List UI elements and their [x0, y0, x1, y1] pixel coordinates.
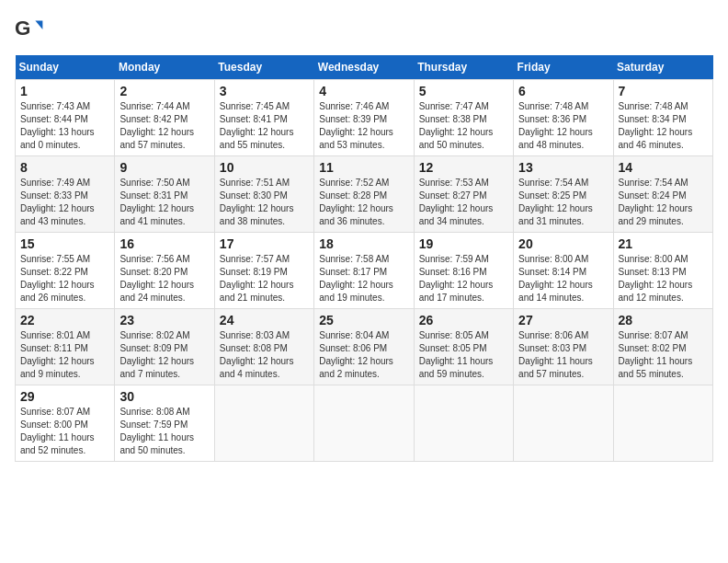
- calendar-cell: 13 Sunrise: 7:54 AMSunset: 8:25 PMDaylig…: [514, 156, 613, 233]
- calendar-cell: 17 Sunrise: 7:57 AMSunset: 8:19 PMDaylig…: [214, 233, 313, 309]
- day-info: Sunrise: 8:04 AMSunset: 8:06 PMDaylight:…: [319, 330, 393, 379]
- calendar-cell: 3 Sunrise: 7:45 AMSunset: 8:41 PMDayligh…: [214, 80, 313, 156]
- day-info: Sunrise: 7:58 AMSunset: 8:17 PMDaylight:…: [319, 254, 393, 303]
- calendar-cell: 23 Sunrise: 8:02 AMSunset: 8:09 PMDaylig…: [115, 309, 214, 385]
- calendar-cell: 11 Sunrise: 7:52 AMSunset: 8:28 PMDaylig…: [314, 156, 414, 233]
- calendar-cell: 7 Sunrise: 7:48 AMSunset: 8:34 PMDayligh…: [613, 80, 712, 156]
- day-info: Sunrise: 7:50 AMSunset: 8:31 PMDaylight:…: [119, 178, 194, 226]
- day-number: 18: [319, 236, 408, 251]
- calendar-week-row: 15 Sunrise: 7:55 AMSunset: 8:22 PMDaylig…: [16, 233, 713, 309]
- day-info: Sunrise: 8:01 AMSunset: 8:11 PMDaylight:…: [20, 330, 95, 379]
- day-number: 28: [619, 313, 708, 327]
- day-number: 12: [419, 160, 508, 175]
- calendar-cell: [214, 385, 313, 462]
- day-number: 16: [119, 236, 209, 251]
- day-number: 6: [518, 84, 608, 98]
- day-number: 7: [619, 84, 708, 98]
- header-row: SundayMondayTuesdayWednesdayThursdayFrid…: [16, 55, 713, 80]
- day-info: Sunrise: 7:44 AMSunset: 8:42 PMDaylight:…: [119, 101, 194, 150]
- calendar-cell: 24 Sunrise: 8:03 AMSunset: 8:08 PMDaylig…: [214, 309, 313, 385]
- day-number: 15: [20, 236, 109, 251]
- day-number: 2: [119, 84, 209, 98]
- calendar-week-row: 8 Sunrise: 7:49 AMSunset: 8:33 PMDayligh…: [16, 156, 713, 233]
- day-number: 20: [518, 236, 608, 251]
- day-number: 23: [119, 313, 209, 327]
- day-info: Sunrise: 7:56 AMSunset: 8:20 PMDaylight:…: [119, 254, 194, 303]
- calendar-cell: 27 Sunrise: 8:06 AMSunset: 8:03 PMDaylig…: [514, 309, 613, 385]
- day-number: 26: [419, 313, 508, 327]
- calendar-cell: 22 Sunrise: 8:01 AMSunset: 8:11 PMDaylig…: [16, 309, 115, 385]
- day-number: 22: [20, 313, 109, 327]
- day-info: Sunrise: 8:05 AMSunset: 8:05 PMDaylight:…: [419, 330, 494, 379]
- header-thursday: Thursday: [414, 55, 513, 80]
- calendar-cell: 5 Sunrise: 7:47 AMSunset: 8:38 PMDayligh…: [414, 80, 513, 156]
- day-number: 9: [119, 160, 209, 175]
- day-info: Sunrise: 8:00 AMSunset: 8:14 PMDaylight:…: [518, 254, 593, 303]
- day-info: Sunrise: 7:43 AMSunset: 8:44 PMDaylight:…: [20, 101, 95, 150]
- day-info: Sunrise: 7:54 AMSunset: 8:25 PMDaylight:…: [518, 178, 593, 226]
- day-info: Sunrise: 7:48 AMSunset: 8:34 PMDaylight:…: [619, 101, 693, 150]
- day-info: Sunrise: 7:53 AMSunset: 8:27 PMDaylight:…: [419, 178, 494, 226]
- day-info: Sunrise: 8:07 AMSunset: 8:02 PMDaylight:…: [619, 330, 693, 379]
- calendar-cell: 9 Sunrise: 7:50 AMSunset: 8:31 PMDayligh…: [115, 156, 214, 233]
- day-number: 17: [220, 236, 309, 251]
- calendar-table: SundayMondayTuesdayWednesdayThursdayFrid…: [15, 55, 713, 462]
- page-header: G: [15, 15, 713, 44]
- calendar-cell: 14 Sunrise: 7:54 AMSunset: 8:24 PMDaylig…: [613, 156, 712, 233]
- day-number: 5: [419, 84, 508, 98]
- calendar-cell: 8 Sunrise: 7:49 AMSunset: 8:33 PMDayligh…: [16, 156, 115, 233]
- calendar-cell: 25 Sunrise: 8:04 AMSunset: 8:06 PMDaylig…: [314, 309, 414, 385]
- calendar-cell: 4 Sunrise: 7:46 AMSunset: 8:39 PMDayligh…: [314, 80, 414, 156]
- header-sunday: Sunday: [16, 55, 115, 80]
- logo-icon: G: [15, 15, 44, 44]
- day-number: 11: [319, 160, 408, 175]
- day-number: 1: [20, 84, 109, 98]
- day-info: Sunrise: 7:52 AMSunset: 8:28 PMDaylight:…: [319, 178, 393, 226]
- calendar-cell: 16 Sunrise: 7:56 AMSunset: 8:20 PMDaylig…: [115, 233, 214, 309]
- day-info: Sunrise: 7:55 AMSunset: 8:22 PMDaylight:…: [20, 254, 95, 303]
- day-info: Sunrise: 7:59 AMSunset: 8:16 PMDaylight:…: [419, 254, 494, 303]
- day-number: 3: [220, 84, 309, 98]
- day-number: 29: [20, 389, 109, 404]
- day-info: Sunrise: 7:49 AMSunset: 8:33 PMDaylight:…: [20, 178, 95, 226]
- calendar-cell: [514, 385, 613, 462]
- day-number: 8: [20, 160, 109, 175]
- day-number: 21: [619, 236, 708, 251]
- calendar-week-row: 22 Sunrise: 8:01 AMSunset: 8:11 PMDaylig…: [16, 309, 713, 385]
- calendar-cell: 28 Sunrise: 8:07 AMSunset: 8:02 PMDaylig…: [613, 309, 712, 385]
- day-number: 25: [319, 313, 408, 327]
- day-info: Sunrise: 7:46 AMSunset: 8:39 PMDaylight:…: [319, 101, 393, 150]
- day-info: Sunrise: 8:08 AMSunset: 7:59 PMDaylight:…: [119, 407, 194, 455]
- calendar-cell: 29 Sunrise: 8:07 AMSunset: 8:00 PMDaylig…: [16, 385, 115, 462]
- calendar-cell: [613, 385, 712, 462]
- day-info: Sunrise: 8:03 AMSunset: 8:08 PMDaylight:…: [220, 330, 294, 379]
- day-number: 24: [220, 313, 309, 327]
- day-number: 10: [220, 160, 309, 175]
- calendar-cell: 10 Sunrise: 7:51 AMSunset: 8:30 PMDaylig…: [214, 156, 313, 233]
- day-info: Sunrise: 7:57 AMSunset: 8:19 PMDaylight:…: [220, 254, 294, 303]
- day-info: Sunrise: 7:47 AMSunset: 8:38 PMDaylight:…: [419, 101, 494, 150]
- day-info: Sunrise: 8:00 AMSunset: 8:13 PMDaylight:…: [619, 254, 693, 303]
- calendar-cell: 6 Sunrise: 7:48 AMSunset: 8:36 PMDayligh…: [514, 80, 613, 156]
- header-friday: Friday: [514, 55, 613, 80]
- day-number: 30: [119, 389, 209, 404]
- calendar-cell: 18 Sunrise: 7:58 AMSunset: 8:17 PMDaylig…: [314, 233, 414, 309]
- calendar-week-row: 1 Sunrise: 7:43 AMSunset: 8:44 PMDayligh…: [16, 80, 713, 156]
- day-number: 27: [518, 313, 608, 327]
- calendar-week-row: 29 Sunrise: 8:07 AMSunset: 8:00 PMDaylig…: [16, 385, 713, 462]
- header-wednesday: Wednesday: [314, 55, 414, 80]
- day-number: 4: [319, 84, 408, 98]
- logo: G: [15, 15, 48, 44]
- header-monday: Monday: [115, 55, 214, 80]
- svg-text:G: G: [15, 17, 30, 40]
- day-number: 14: [619, 160, 708, 175]
- calendar-cell: 2 Sunrise: 7:44 AMSunset: 8:42 PMDayligh…: [115, 80, 214, 156]
- day-number: 13: [518, 160, 608, 175]
- day-info: Sunrise: 7:45 AMSunset: 8:41 PMDaylight:…: [220, 101, 294, 150]
- day-info: Sunrise: 8:06 AMSunset: 8:03 PMDaylight:…: [518, 330, 593, 379]
- header-saturday: Saturday: [613, 55, 712, 80]
- calendar-cell: 26 Sunrise: 8:05 AMSunset: 8:05 PMDaylig…: [414, 309, 513, 385]
- calendar-cell: 19 Sunrise: 7:59 AMSunset: 8:16 PMDaylig…: [414, 233, 513, 309]
- calendar-cell: 1 Sunrise: 7:43 AMSunset: 8:44 PMDayligh…: [16, 80, 115, 156]
- calendar-cell: [314, 385, 414, 462]
